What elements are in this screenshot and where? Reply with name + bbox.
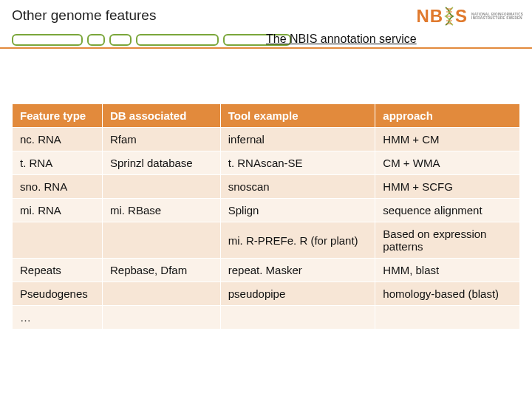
table-cell	[220, 306, 375, 330]
table-cell: mi. R-PREFe. R (for plant)	[220, 222, 375, 259]
table-cell: infernal	[220, 128, 375, 151]
table-cell: t. RNAscan-SE	[220, 151, 375, 175]
table-cell: CM + WMA	[375, 151, 520, 175]
table-row: nc. RNARfaminfernalHMM + CM	[13, 128, 520, 151]
table-cell: Repeats	[13, 259, 103, 282]
col-header: approach	[375, 104, 520, 128]
table-cell	[102, 306, 220, 330]
table-cell	[375, 306, 520, 330]
table-cell: mi. RNA	[13, 199, 103, 222]
logo: NB S NATIONAL BIOINFORMATICS INFRASTRUCT…	[416, 6, 523, 27]
exon-bar	[12, 34, 83, 46]
table-row: RepeatsRepbase, Dfamrepeat. MaskerHMM, b…	[13, 259, 520, 282]
table-cell: Splign	[220, 199, 375, 222]
table-cell: …	[13, 306, 103, 330]
col-header: DB associated	[102, 104, 220, 128]
table-cell: Rfam	[102, 128, 220, 151]
table-cell: nc. RNA	[13, 128, 103, 151]
divider	[0, 47, 532, 49]
table-cell: mi. RBase	[102, 199, 220, 222]
table-cell: Repbase, Dfam	[102, 259, 220, 282]
table-cell: Based on expression patterns	[375, 222, 520, 259]
table-row: t. RNASprinzl databaset. RNAscan-SECM + …	[13, 151, 520, 175]
gene-model-graphic	[12, 34, 291, 46]
table-cell: sno. RNA	[13, 175, 103, 199]
features-table: Feature type DB associated Tool example …	[12, 103, 520, 330]
table-cell: Pseudogenes	[13, 282, 103, 306]
table-row: mi. R-PREFe. R (for plant)Based on expre…	[13, 222, 520, 259]
table-cell: HMM + SCFG	[375, 175, 520, 199]
table-row: …	[13, 306, 520, 330]
table-cell	[13, 222, 103, 259]
exon-bar	[87, 34, 105, 46]
logo-text-left: NB	[416, 6, 443, 27]
logo-main: NB S	[416, 6, 468, 27]
logo-subtext: NATIONAL BIOINFORMATICS INFRASTRUCTURE S…	[471, 13, 523, 20]
dna-helix-icon	[444, 7, 454, 26]
table-cell: pseudopipe	[220, 282, 375, 306]
table-cell	[102, 175, 220, 199]
table-cell: homology-based (blast)	[375, 282, 520, 306]
logo-text-right: S	[455, 6, 468, 27]
table-cell: t. RNA	[13, 151, 103, 175]
exon-bar	[109, 34, 132, 46]
subtitle: The NBIS annotation service	[266, 33, 417, 46]
table-cell: repeat. Masker	[220, 259, 375, 282]
slide: Other genome features NB S NATIONAL BIOI…	[0, 0, 532, 399]
table-cell: HMM, blast	[375, 259, 520, 282]
table-cell	[102, 282, 220, 306]
page-title: Other genome features	[12, 7, 156, 24]
table-cell: HMM + CM	[375, 128, 520, 151]
table-row: Pseudogenespseudopipehomology-based (bla…	[13, 282, 520, 306]
table-cell: snoscan	[220, 175, 375, 199]
table-row: sno. RNAsnoscanHMM + SCFG	[13, 175, 520, 199]
table-cell: sequence alignment	[375, 199, 520, 222]
table-cell	[102, 222, 220, 259]
exon-bar	[136, 34, 219, 46]
table-row: mi. RNAmi. RBaseSplignsequence alignment	[13, 199, 520, 222]
table-body: nc. RNARfaminfernalHMM + CMt. RNASprinzl…	[13, 128, 520, 330]
col-header: Tool example	[220, 104, 375, 128]
col-header: Feature type	[13, 104, 103, 128]
table-header-row: Feature type DB associated Tool example …	[13, 104, 520, 128]
table-cell: Sprinzl database	[102, 151, 220, 175]
logo-sub-line2: INFRASTRUCTURE SWEDEN	[471, 16, 523, 20]
